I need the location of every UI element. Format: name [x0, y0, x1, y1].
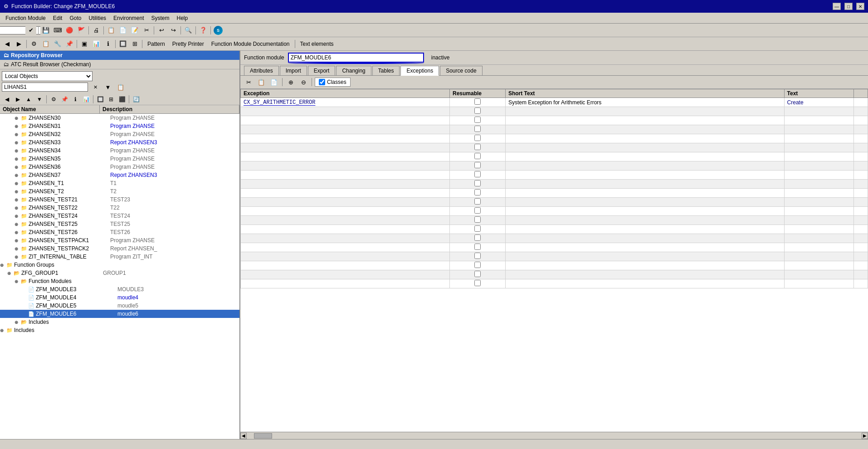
- exception-cell[interactable]: [241, 234, 450, 243]
- exception-cell[interactable]: [241, 252, 450, 261]
- tab-exceptions[interactable]: Exceptions: [400, 66, 439, 76]
- text-cell[interactable]: [784, 198, 854, 207]
- resumable-cell[interactable]: [450, 252, 506, 261]
- tree-row[interactable]: ⊕ 📁 ZHANSEN37 Report ZHANSEN3: [0, 171, 239, 179]
- tree-row[interactable]: ⊕ 📁 ZHANSEN_TEST21 TEST23: [0, 195, 239, 204]
- tool5-icon[interactable]: ▣: [79, 39, 90, 49]
- expand-icon[interactable]: ⊕: [15, 238, 21, 243]
- short-text-cell[interactable]: [505, 270, 784, 279]
- scroll-left-icon[interactable]: ◀: [240, 433, 247, 439]
- expand-icon[interactable]: ⊕: [15, 116, 21, 121]
- close-button[interactable]: ✕: [856, 3, 864, 10]
- tree-row[interactable]: ⊕ 📂 ZFG_GROUP1 GROUP1: [0, 269, 239, 277]
- local-objects-dropdown[interactable]: Local Objects: [2, 71, 93, 81]
- resumable-checkbox[interactable]: [474, 180, 481, 186]
- grid-cut-icon[interactable]: ✂: [243, 77, 254, 87]
- left-tool2-icon[interactable]: 📌: [59, 95, 69, 104]
- tool4-icon[interactable]: 📌: [64, 39, 75, 49]
- resumable-checkbox[interactable]: [474, 107, 481, 114]
- tree-row[interactable]: 📄 ZFM_MOUDLE3 MOUDLE3: [0, 285, 239, 293]
- print-icon[interactable]: 🖨: [91, 25, 102, 35]
- exception-cell[interactable]: [241, 152, 450, 161]
- expand-icon[interactable]: ⊕: [15, 189, 21, 194]
- tree-row[interactable]: ⊕ 📁 ZHANSEN_TEST22 T22: [0, 204, 239, 212]
- tree-row[interactable]: ⊕ 📂 Function Modules: [0, 277, 239, 285]
- exception-cell[interactable]: [241, 134, 450, 143]
- exception-cell[interactable]: [241, 171, 450, 180]
- tab-export[interactable]: Export: [308, 66, 336, 75]
- text-cell[interactable]: [784, 189, 854, 198]
- tree-row[interactable]: ⊕ 📁 ZHANSEN_TESTPACK1 Program ZHANSE: [0, 236, 239, 244]
- short-text-cell[interactable]: [505, 107, 784, 116]
- stop-icon[interactable]: 🔴: [64, 25, 75, 35]
- short-text-cell[interactable]: [505, 234, 784, 243]
- menu-goto[interactable]: Goto: [66, 14, 85, 22]
- redo-icon[interactable]: ↪: [168, 25, 179, 35]
- expand-icon[interactable]: ⊕: [7, 271, 14, 276]
- tab-attributes[interactable]: Attributes: [244, 66, 279, 75]
- resumable-checkbox[interactable]: [474, 153, 481, 159]
- data-grid[interactable]: Exception Resumable Short Text Text CX_S…: [240, 89, 868, 432]
- left-tool4-icon[interactable]: 📊: [81, 95, 91, 104]
- scroll-thumb[interactable]: [254, 433, 272, 439]
- text-cell[interactable]: [784, 252, 854, 261]
- exception-cell[interactable]: [241, 180, 450, 189]
- text-cell[interactable]: [784, 225, 854, 234]
- grid-delete-icon[interactable]: ⊖: [298, 77, 309, 87]
- expand-icon[interactable]: ⊕: [0, 328, 6, 333]
- exception-cell[interactable]: [241, 279, 450, 288]
- short-text-cell[interactable]: [505, 116, 784, 125]
- expand-icon[interactable]: ⊕: [15, 205, 21, 210]
- tree-row[interactable]: ⊕ 📁 ZHANSEN_TEST24 TEST24: [0, 212, 239, 220]
- text-cell[interactable]: [784, 171, 854, 180]
- resumable-checkbox[interactable]: [474, 117, 481, 123]
- exception-cell[interactable]: [241, 261, 450, 270]
- resumable-cell[interactable]: [450, 279, 506, 288]
- expand-icon[interactable]: ⊕: [15, 254, 21, 259]
- menu-system[interactable]: System: [147, 14, 173, 22]
- paste-icon[interactable]: 📝: [129, 25, 140, 35]
- short-text-cell[interactable]: [505, 171, 784, 180]
- short-text-cell[interactable]: [505, 189, 784, 198]
- short-text-cell[interactable]: [505, 152, 784, 161]
- expand-icon[interactable]: ⊕: [0, 263, 6, 268]
- text-cell[interactable]: [784, 134, 854, 143]
- tool1-icon[interactable]: ⚙: [29, 39, 39, 49]
- tool2-icon[interactable]: 📋: [40, 39, 51, 49]
- text-cell[interactable]: [784, 161, 854, 171]
- resumable-cell[interactable]: [450, 134, 506, 143]
- resumable-cell[interactable]: [450, 171, 506, 180]
- resumable-cell[interactable]: [450, 234, 506, 243]
- tree-row[interactable]: ⊕ 📁 ZHANSEN_TEST26 TEST26: [0, 228, 239, 236]
- text-cell[interactable]: [784, 152, 854, 161]
- tab-import[interactable]: Import: [280, 66, 307, 75]
- left-forward-icon[interactable]: ▶: [13, 95, 23, 104]
- text-cell[interactable]: [784, 207, 854, 216]
- exception-cell[interactable]: [241, 125, 450, 134]
- expand-icon[interactable]: ⊕: [15, 148, 21, 153]
- search-icon[interactable]: 🔍: [183, 25, 194, 35]
- function-module-doc-button[interactable]: Function Module Documentation: [208, 39, 293, 49]
- resumable-cell[interactable]: [450, 189, 506, 198]
- search-more-icon[interactable]: 📋: [115, 82, 126, 92]
- resumable-checkbox[interactable]: [474, 171, 481, 177]
- tree-row[interactable]: 📄 ZFM_MOUDLE4 moudle4: [0, 293, 239, 302]
- short-text-cell[interactable]: [505, 134, 784, 143]
- help-icon[interactable]: ❓: [198, 25, 209, 35]
- tree-row[interactable]: ⊕ 📁 ZIT_INTERNAL_TABLE Program ZIT_INT: [0, 253, 239, 261]
- resumable-cell[interactable]: [450, 216, 506, 225]
- resumable-cell[interactable]: [450, 116, 506, 125]
- tree-row[interactable]: ⊕ 📁 ZHANSEN33 Report ZHANSEN3: [0, 138, 239, 146]
- grid-copy-icon[interactable]: 📋: [256, 77, 267, 87]
- menu-edit[interactable]: Edit: [49, 14, 66, 22]
- left-tool6-icon[interactable]: ⊞: [106, 95, 116, 104]
- tree-row[interactable]: ⊕ 📁 ZHANSEN_TEST25 TEST25: [0, 220, 239, 228]
- text-cell[interactable]: [784, 116, 854, 125]
- clear-search-icon[interactable]: ✕: [90, 82, 101, 92]
- resumable-checkbox[interactable]: [474, 207, 481, 214]
- short-text-cell[interactable]: [505, 161, 784, 171]
- text-cell[interactable]: [784, 180, 854, 189]
- resumable-cell[interactable]: [450, 207, 506, 216]
- short-text-cell[interactable]: [505, 225, 784, 234]
- expand-icon[interactable]: ⊕: [15, 156, 21, 161]
